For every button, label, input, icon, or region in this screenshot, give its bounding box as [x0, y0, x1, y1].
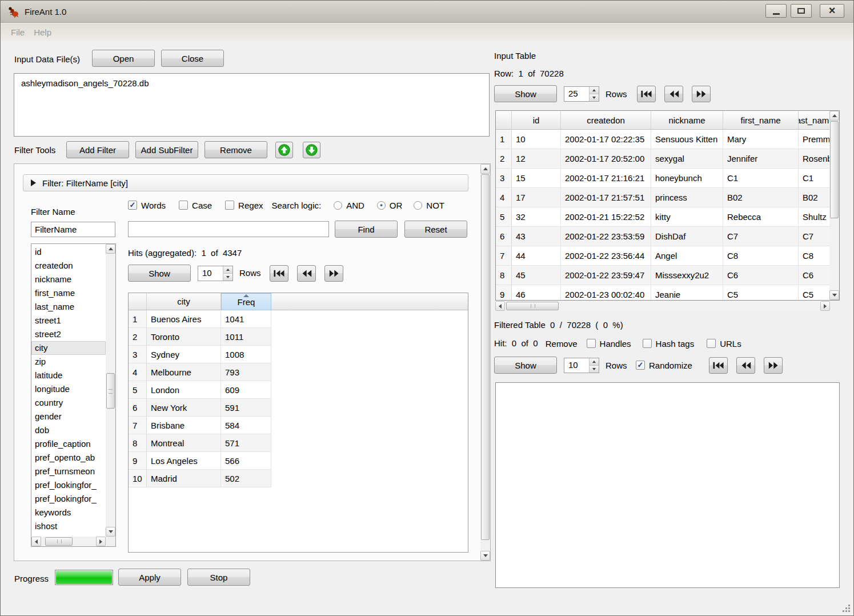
cell[interactable]: 2002-01-22 23:53:59 — [561, 227, 651, 246]
cell[interactable]: Angel — [651, 246, 723, 266]
find-button[interactable]: Find — [335, 221, 398, 238]
input-table-row[interactable]: 2122002-01-17 20:52:00sexygalJenniferRos… — [496, 149, 829, 169]
filter-panel-vscrollbar[interactable] — [480, 164, 490, 561]
cell[interactable]: 10 — [512, 130, 561, 149]
freq-cell[interactable]: 591 — [221, 399, 271, 417]
filter-header[interactable]: Filter: FilterName [city] — [23, 174, 468, 191]
freq-table-row[interactable]: 5London609 — [129, 381, 468, 399]
titlebar[interactable]: FireAnt 1.0 × — [1, 1, 853, 23]
freq-table-row[interactable]: 4Melbourne793 — [129, 363, 468, 381]
cell[interactable]: Jennifer — [723, 149, 799, 169]
field-item-street2[interactable]: street2 — [31, 327, 106, 341]
show-button[interactable]: Show — [128, 265, 191, 282]
menu-help[interactable]: Help — [34, 27, 51, 37]
cell[interactable]: 1 — [496, 130, 512, 149]
city-cell[interactable]: Montreal — [147, 434, 221, 452]
city-cell[interactable]: Toronto — [147, 328, 221, 346]
cell[interactable]: 2002-01-21 15:22:52 — [561, 207, 651, 227]
open-button[interactable]: Open — [92, 50, 155, 67]
filtered-table-area[interactable] — [495, 382, 840, 588]
freq-cell[interactable]: 571 — [221, 434, 271, 452]
cell[interactable]: C7 — [723, 227, 799, 246]
move-up-button[interactable] — [275, 142, 293, 158]
next-page-button[interactable] — [324, 265, 343, 282]
freq-cell[interactable]: 609 — [221, 381, 271, 399]
freq-table-row[interactable]: 7Brisbane584 — [129, 417, 468, 434]
row-number-cell[interactable]: 8 — [129, 434, 147, 452]
cell[interactable]: Premme — [799, 130, 829, 149]
file-list[interactable]: ashleymadison_angels_70228.db — [14, 73, 490, 137]
cell[interactable]: Rosenbe — [799, 149, 829, 169]
cell[interactable]: 2002-01-17 20:52:00 — [561, 149, 651, 169]
menu-file[interactable]: File — [11, 27, 25, 37]
field-item-id[interactable]: id — [31, 245, 106, 259]
freq-cell[interactable]: 584 — [221, 417, 271, 434]
freq-table-row[interactable]: 3Sydney1008 — [129, 346, 468, 363]
cell[interactable]: 9 — [496, 285, 512, 300]
scroll-up-button[interactable] — [829, 111, 839, 121]
scroll-left-button[interactable] — [495, 301, 505, 311]
input-table-row[interactable]: 3152002-01-17 21:16:21honeybunchC1C1 — [496, 169, 829, 188]
freq-column-header[interactable]: Freq — [221, 293, 271, 310]
cell[interactable]: C1 — [723, 169, 799, 188]
spinner-up-button[interactable] — [590, 358, 599, 366]
input-rows-spinner[interactable]: 25 — [564, 86, 599, 102]
scrollbar-thumb[interactable] — [45, 537, 73, 546]
input-table-row[interactable]: 1102002-01-17 02:22:35Sensuous KittenMar… — [496, 130, 829, 149]
scroll-right-button[interactable] — [820, 301, 830, 311]
cell[interactable]: 8 — [496, 266, 512, 285]
cell[interactable]: 12 — [512, 149, 561, 169]
cell[interactable]: 2002-01-22 23:56:44 — [561, 246, 651, 266]
freq-table-row[interactable]: 6New York591 — [129, 399, 468, 417]
row-number-cell[interactable]: 3 — [129, 346, 147, 363]
cell[interactable]: 32 — [512, 207, 561, 227]
id-column-header[interactable]: id — [512, 111, 561, 130]
cell[interactable]: 5 — [496, 207, 512, 227]
scrollbar-thumb[interactable] — [506, 302, 559, 310]
filtered-rows-spinner[interactable]: 10 — [564, 358, 599, 373]
cell[interactable]: 2002-01-17 21:57:51 — [561, 188, 651, 207]
scrollbar-thumb[interactable] — [830, 121, 839, 218]
row-number-cell[interactable]: 6 — [129, 399, 147, 417]
minimize-button[interactable] — [765, 4, 787, 18]
cell[interactable]: C5 — [723, 285, 799, 300]
urls-checkbox[interactable] — [707, 339, 716, 348]
cell[interactable]: 43 — [512, 227, 561, 246]
freq-table-row[interactable]: 10Madrid502 — [129, 470, 468, 487]
cell[interactable]: Sensuous Kitten — [651, 130, 723, 149]
freq-cell[interactable]: 1008 — [221, 346, 271, 363]
cell[interactable]: C7 — [799, 227, 829, 246]
cell[interactable]: 44 — [512, 246, 561, 266]
cell[interactable]: Shultz — [799, 207, 829, 227]
city-cell[interactable]: Los Angeles — [147, 452, 221, 470]
field-item-pref_lookingfor_[interactable]: pref_lookingfor_ — [31, 478, 106, 492]
cell[interactable]: 2 — [496, 149, 512, 169]
prev-page-button[interactable] — [736, 357, 755, 374]
add-subfilter-button[interactable]: Add SubFilter — [135, 141, 198, 158]
stop-button[interactable]: Stop — [187, 569, 250, 586]
cell[interactable]: Mary — [723, 130, 799, 149]
cell[interactable]: Jeanie — [651, 285, 723, 300]
cell[interactable]: Rebecca — [723, 207, 799, 227]
input-table-row[interactable]: 7442002-01-22 23:56:44AngelC8C8 — [496, 246, 829, 266]
field-item-dob[interactable]: dob — [31, 423, 106, 437]
row-number-cell[interactable]: 7 — [129, 417, 147, 434]
next-page-button[interactable] — [764, 357, 783, 374]
cell[interactable]: C5 — [799, 285, 829, 300]
search-input[interactable] — [128, 221, 329, 237]
prev-page-button[interactable] — [297, 265, 316, 282]
field-item-first_name[interactable]: first_name — [31, 286, 106, 300]
input-table-vscrollbar[interactable] — [829, 111, 839, 300]
cell[interactable]: C6 — [799, 266, 829, 285]
spinner-down-button[interactable] — [223, 274, 232, 281]
scroll-up-button[interactable] — [480, 164, 490, 174]
freq-table-row[interactable]: 8Montreal571 — [129, 434, 468, 452]
case-checkbox[interactable] — [179, 201, 188, 210]
close-button[interactable]: × — [820, 4, 844, 18]
cell[interactable]: 6 — [496, 227, 512, 246]
cell[interactable]: C6 — [723, 266, 799, 285]
field-item-country[interactable]: country — [31, 396, 106, 410]
cell[interactable]: C8 — [723, 246, 799, 266]
cell[interactable]: B02 — [799, 188, 829, 207]
row-number-cell[interactable]: 5 — [129, 381, 147, 399]
